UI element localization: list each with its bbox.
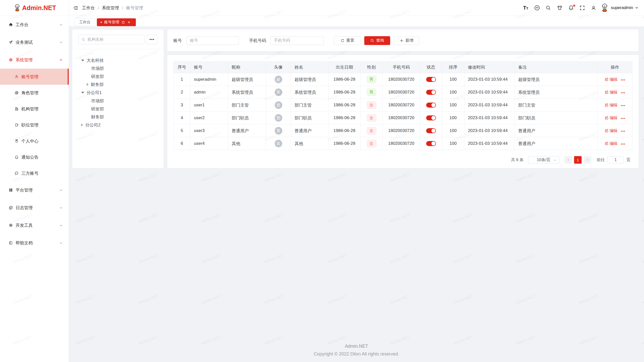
svg-text:中: 中 xyxy=(536,6,538,9)
